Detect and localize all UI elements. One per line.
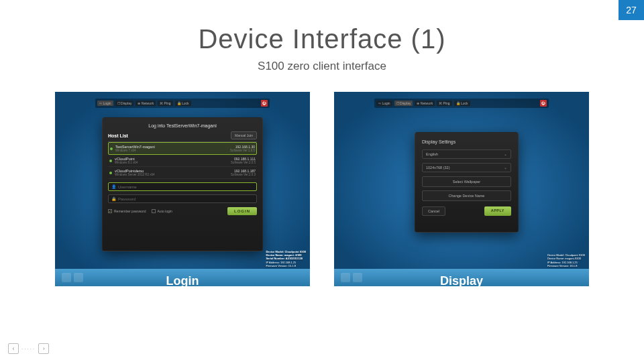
- footer-icon[interactable]: [341, 273, 350, 282]
- remember-label: Remember password: [114, 209, 146, 213]
- placeholder: Password: [118, 197, 136, 201]
- login-bg: ⇨ Login ☐ Display ⊕ Network ⌘ Ping 🔒 Loc…: [55, 92, 310, 286]
- next-slide-button[interactable]: ›: [38, 343, 49, 354]
- lock-icon: 🔒: [111, 196, 116, 201]
- tab-network[interactable]: ⊕ Network: [415, 101, 435, 106]
- language-select[interactable]: English⌄: [422, 149, 511, 159]
- host-row[interactable]: TestServerWin7-maganiWindows 7 x64 192.1…: [108, 142, 257, 155]
- display-bg: ⇨ Login ☐ Display ⊕ Network ⌘ Ping 🔒 Loc…: [334, 92, 589, 286]
- prev-slide-button[interactable]: ‹: [8, 343, 19, 354]
- status-dot-icon: [109, 160, 112, 162]
- footer-icon[interactable]: [353, 273, 362, 282]
- power-icon[interactable]: ⏻: [540, 100, 547, 107]
- wallpaper-button[interactable]: Select Wallpaper: [422, 176, 511, 187]
- status-dot-icon: [109, 172, 112, 174]
- nav-dots: ·····: [21, 346, 36, 352]
- chevron-down-icon: ⌄: [504, 166, 507, 170]
- tab-login[interactable]: ⇨ Login: [97, 101, 113, 106]
- apply-button[interactable]: APPLY: [484, 206, 511, 216]
- host-ver: Software Ver:2.0.3: [231, 173, 256, 176]
- manual-join-button[interactable]: Manual Join: [231, 131, 257, 139]
- power-icon[interactable]: ⏻: [261, 100, 268, 107]
- footer-icon[interactable]: [62, 273, 71, 282]
- login-panel: Log into TestServerWin7-magani Host List…: [102, 117, 263, 251]
- resolution-select[interactable]: 1024x768 (32)⌄: [422, 163, 511, 172]
- tab-ping[interactable]: ⌘ Ping: [437, 101, 451, 106]
- topbar: ⇨ Login ☐ Display ⊕ Network ⌘ Ping 🔒 Loc…: [374, 99, 549, 108]
- tab-login[interactable]: ⇨ Login: [376, 101, 392, 106]
- device-name-button[interactable]: Change Device Name: [422, 190, 511, 201]
- tab-lock[interactable]: 🔒 Lock: [175, 101, 191, 106]
- screenshot-caption: Login: [166, 274, 199, 288]
- username-input[interactable]: 👤Username: [108, 182, 257, 191]
- autologin-label: Auto login: [158, 209, 172, 213]
- screenshots-row: ⇨ Login ☐ Display ⊕ Network ⌘ Ping 🔒 Loc…: [0, 92, 644, 286]
- placeholder: Username: [118, 185, 137, 189]
- screenshot-login: ⇨ Login ☐ Display ⊕ Network ⌘ Ping 🔒 Loc…: [55, 92, 310, 286]
- screenshot-display: ⇨ Login ☐ Display ⊕ Network ⌘ Ping 🔒 Loc…: [334, 92, 589, 286]
- remember-checkbox[interactable]: ✓: [108, 209, 112, 213]
- autologin-checkbox[interactable]: [152, 209, 156, 213]
- tab-display[interactable]: ☐ Display: [394, 101, 413, 106]
- host-ver: Software Ver:2.0.5: [231, 161, 256, 164]
- slide-title: Device Interface (1): [0, 24, 644, 54]
- host-ver: Software Ver:1.9.5: [230, 149, 255, 152]
- login-button[interactable]: LOGIN: [227, 207, 257, 215]
- topbar: ⇨ Login ☐ Display ⊕ Network ⌘ Ping 🔒 Loc…: [95, 99, 270, 108]
- login-panel-title: Log into TestServerWin7-magani: [108, 123, 257, 128]
- screenshot-caption: Display: [440, 274, 483, 288]
- footer-bar: Display: [334, 269, 589, 286]
- host-os: Windows 8.1 x64: [115, 161, 231, 164]
- host-os: Windows Server 2012 R2 x64: [115, 173, 231, 176]
- footer-icon[interactable]: [74, 273, 83, 282]
- device-info: Device Model: Cloudpoint S100 Device Nam…: [266, 250, 306, 267]
- cancel-button[interactable]: Cancel: [422, 206, 445, 216]
- footer-bar: Login: [55, 269, 310, 286]
- user-icon: 👤: [111, 184, 116, 189]
- chevron-down-icon: ⌄: [504, 152, 507, 156]
- display-panel-title: Display Settings: [422, 139, 511, 144]
- tab-display[interactable]: ☐ Display: [115, 101, 134, 106]
- slide-nav: ‹ ····· ›: [8, 343, 49, 354]
- status-dot-icon: [110, 147, 113, 150]
- host-list-label: Host List: [108, 133, 128, 138]
- tab-lock[interactable]: 🔒 Lock: [454, 101, 470, 106]
- tab-ping[interactable]: ⌘ Ping: [158, 101, 172, 106]
- host-row[interactable]: vCloudPointdemoWindows Server 2012 R2 x6…: [108, 167, 257, 179]
- device-info: Device Model: Cloudpoint S100 Device Nam…: [547, 253, 585, 267]
- host-os: Windows 7 x64: [115, 149, 230, 152]
- tab-network[interactable]: ⊕ Network: [136, 101, 156, 106]
- page-number-badge: 27: [619, 0, 644, 20]
- display-panel: Display Settings English⌄ 1024x768 (32)⌄…: [415, 132, 519, 233]
- password-input[interactable]: 🔒Password: [108, 194, 257, 203]
- slide-subtitle: S100 zero client interface: [0, 60, 644, 73]
- host-row[interactable]: vCloudPointWindows 8.1 x64 092.188.1.111…: [108, 155, 257, 167]
